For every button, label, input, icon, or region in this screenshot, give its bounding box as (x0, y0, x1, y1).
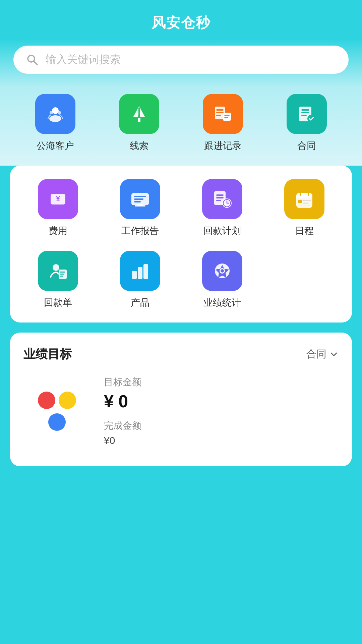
top-icons-row: 公海客户 线索 跟进记录 (0, 87, 362, 166)
chart-dot-red (38, 392, 55, 409)
svg-rect-47 (60, 274, 64, 275)
main-white-card: ¥ 费用 工作报告 (10, 166, 352, 323)
nav-gongzuobaogao[interactable]: 工作报告 (102, 179, 178, 237)
gonghaikehu-label: 公海客户 (37, 139, 74, 152)
target-amount-value: ¥ 0 (104, 391, 339, 411)
svg-rect-31 (216, 194, 224, 196)
hetong-label: 合同 (297, 139, 316, 152)
huikuandan-icon-box (38, 251, 78, 291)
svg-rect-43 (298, 200, 302, 203)
performance-title: 业绩目标 (23, 346, 72, 362)
svg-text:¥: ¥ (56, 194, 60, 203)
chanpin-icon-box (120, 251, 160, 291)
xiansuo-icon-box (119, 94, 159, 134)
gongzuobaogao-icon-box (120, 179, 160, 219)
target-amount-label: 目标金额 (104, 376, 339, 389)
hetong-icon-box (287, 94, 327, 134)
svg-rect-51 (143, 264, 148, 279)
performance-filter[interactable]: 合同 (306, 347, 339, 361)
nav-xiansuo[interactable]: 线索 (119, 94, 159, 152)
main-card-section: ¥ 费用 工作报告 (0, 166, 362, 333)
svg-line-1 (34, 61, 38, 65)
svg-rect-50 (138, 267, 142, 279)
search-section: 输入关键词搜索 (0, 39, 362, 87)
xiansuo-label: 线索 (130, 139, 148, 152)
chart-dot-yellow (59, 392, 76, 409)
nav-yejitongji[interactable]: 业绩统计 (184, 251, 260, 309)
complete-amount-value: ¥0 (104, 435, 339, 446)
nav-huikuandan[interactable]: 回款单 (20, 251, 96, 309)
svg-rect-7 (138, 118, 140, 122)
svg-rect-13 (216, 115, 221, 116)
performance-card: 业绩目标 合同 目标金额 ¥ 0 完成金额 ¥0 (10, 333, 352, 466)
svg-rect-46 (60, 272, 65, 273)
svg-rect-11 (216, 109, 224, 111)
svg-rect-40 (296, 196, 312, 198)
svg-rect-29 (135, 205, 145, 207)
chart-dot-blue (48, 413, 66, 431)
svg-point-3 (49, 115, 61, 122)
feiyong-label: 费用 (49, 225, 67, 237)
yejitongji-icon-box (202, 251, 242, 291)
nav-feiyong[interactable]: ¥ 费用 (20, 179, 96, 237)
svg-rect-15 (224, 115, 230, 116)
genjinjilu-icon-box (203, 94, 243, 134)
nav-huikuanjihua[interactable]: 回款计划 (184, 179, 260, 237)
svg-rect-33 (216, 200, 221, 201)
search-icon (25, 53, 39, 66)
svg-point-9 (138, 115, 140, 117)
svg-rect-48 (60, 276, 63, 277)
feiyong-icon-box: ¥ (38, 179, 78, 219)
svg-rect-19 (301, 112, 309, 113)
huikuanjihua-icon-box (202, 179, 242, 219)
richeng-label: 日程 (295, 225, 314, 237)
svg-rect-12 (216, 112, 224, 113)
performance-chart (23, 377, 90, 445)
svg-rect-18 (301, 109, 309, 111)
svg-rect-16 (224, 117, 228, 118)
complete-amount-label: 完成金额 (104, 419, 339, 432)
filter-label: 合同 (306, 347, 326, 361)
svg-rect-49 (132, 271, 137, 279)
icons-grid: ¥ 费用 工作报告 (20, 179, 342, 309)
nav-richeng[interactable]: 日程 (266, 179, 342, 237)
nav-chanpin[interactable]: 产品 (102, 251, 178, 309)
svg-point-2 (52, 107, 59, 114)
huikuandan-label: 回款单 (44, 296, 72, 309)
huikuanjihua-label: 回款计划 (203, 225, 241, 237)
svg-point-55 (221, 269, 224, 273)
svg-rect-20 (301, 115, 307, 116)
performance-header: 业绩目标 合同 (23, 346, 339, 362)
svg-rect-27 (134, 201, 141, 202)
performance-section: 业绩目标 合同 目标金额 ¥ 0 完成金额 ¥0 (0, 333, 362, 476)
yejitongji-label: 业绩统计 (203, 296, 241, 309)
performance-stats: 目标金额 ¥ 0 完成金额 ¥0 (104, 376, 339, 446)
gongzuobaogao-label: 工作报告 (121, 225, 159, 237)
search-bar[interactable]: 输入关键词搜索 (13, 46, 349, 74)
genjinjilu-label: 跟进记录 (204, 139, 242, 152)
search-placeholder: 输入关键词搜索 (46, 52, 121, 67)
svg-point-4 (50, 111, 53, 114)
nav-gonghaikehu[interactable]: 公海客户 (35, 94, 75, 152)
richeng-icon-box (284, 179, 324, 219)
nav-hetong[interactable]: 合同 (287, 94, 327, 152)
app-title: 风安仓秒 (0, 13, 362, 32)
svg-rect-25 (134, 196, 146, 197)
header: 风安仓秒 (0, 0, 362, 39)
gonghaikehu-icon-box (35, 94, 75, 134)
performance-body: 目标金额 ¥ 0 完成金额 ¥0 (23, 369, 339, 446)
svg-point-5 (58, 111, 61, 114)
chanpin-label: 产品 (131, 296, 149, 309)
nav-genjinjilu[interactable]: 跟进记录 (203, 94, 243, 152)
svg-rect-26 (134, 198, 143, 200)
svg-rect-32 (216, 197, 224, 198)
chevron-down-icon (329, 350, 339, 359)
svg-point-44 (53, 264, 59, 271)
